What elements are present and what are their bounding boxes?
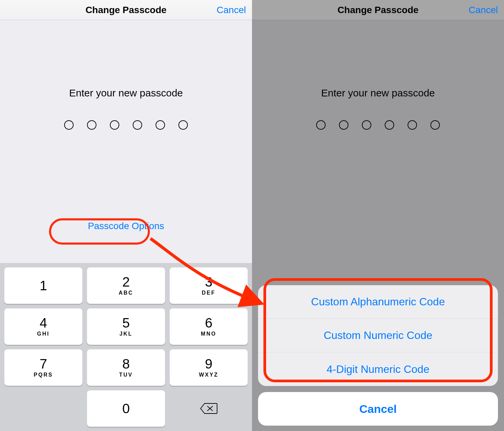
keypad-blank (4, 390, 83, 427)
passcode-dot (110, 120, 119, 130)
passcode-dot (385, 120, 394, 130)
keypad-letters: TUV (119, 372, 133, 378)
keypad-letters: MNO (201, 331, 216, 337)
keypad-key-5[interactable]: 5 JKL (87, 308, 165, 345)
keypad-key-0[interactable]: 0 (87, 390, 165, 427)
passcode-dot (64, 120, 74, 130)
keypad-key-9[interactable]: 9 WXYZ (169, 349, 248, 386)
cancel-button[interactable]: Cancel (217, 0, 246, 20)
passcode-dot (362, 120, 371, 130)
page-title: Change Passcode (85, 5, 166, 15)
keypad-letters: ABC (119, 290, 133, 296)
keypad-letters: GHI (37, 331, 49, 337)
navbar: Change Passcode Cancel (0, 0, 252, 20)
passcode-dot (430, 120, 440, 130)
action-sheet: Custom Alphanumeric Code Custom Numeric … (258, 285, 498, 426)
keypad-digit: 3 (205, 275, 212, 289)
option-4digit-numeric[interactable]: 4-Digit Numeric Code (258, 352, 498, 386)
keypad-digit: 6 (205, 316, 212, 330)
keypad-key-6[interactable]: 6 MNO (169, 308, 248, 345)
keypad-key-1[interactable]: 1 (4, 267, 83, 304)
keypad-digit: 0 (122, 402, 130, 415)
keypad-delete-button[interactable] (169, 390, 248, 427)
passcode-dots (316, 120, 440, 130)
content-area: Enter your new passcode Passcode Options… (0, 20, 252, 431)
keypad-key-3[interactable]: 3 DEF (169, 267, 248, 304)
page-title: Change Passcode (337, 5, 418, 15)
passcode-dot (316, 120, 326, 130)
keypad-digit: 1 (40, 279, 47, 292)
content-area: Enter your new passcode Custom Alphanume… (252, 20, 504, 431)
keypad-digit: 9 (205, 357, 212, 371)
keypad-letters: JKL (119, 331, 132, 337)
keypad-digit: 8 (122, 357, 130, 371)
panel-before: Change Passcode Cancel Enter your new pa… (0, 0, 252, 431)
number-keypad: 1 2 ABC 3 DEF 4 GHI 5 JKL 6 MNO (0, 263, 252, 431)
cancel-button[interactable]: Cancel (469, 0, 498, 20)
keypad-digit: 4 (40, 316, 47, 330)
action-sheet-cancel-button[interactable]: Cancel (258, 392, 498, 426)
prompt-text: Enter your new passcode (321, 87, 435, 99)
keypad-digit: 5 (122, 316, 130, 330)
action-sheet-group: Custom Alphanumeric Code Custom Numeric … (258, 285, 498, 386)
keypad-letters: PQRS (34, 372, 53, 378)
backspace-icon (200, 402, 217, 415)
keypad-key-8[interactable]: 8 TUV (87, 349, 165, 386)
passcode-dot (133, 120, 142, 130)
passcode-dot (87, 120, 96, 130)
passcode-dot (339, 120, 348, 130)
keypad-digit: 7 (40, 357, 47, 371)
passcode-options-link[interactable]: Passcode Options (0, 221, 252, 231)
keypad-key-7[interactable]: 7 PQRS (4, 349, 83, 386)
passcode-dot (178, 120, 188, 130)
keypad-digit: 2 (122, 275, 130, 289)
prompt-text: Enter your new passcode (69, 87, 183, 99)
passcode-dots (64, 120, 188, 130)
option-custom-numeric[interactable]: Custom Numeric Code (258, 319, 498, 352)
passcode-dot (408, 120, 417, 130)
navbar: Change Passcode Cancel (252, 0, 504, 20)
option-custom-alphanumeric[interactable]: Custom Alphanumeric Code (258, 285, 498, 319)
passcode-dot (156, 120, 165, 130)
keypad-letters: WXYZ (199, 372, 218, 378)
keypad-key-2[interactable]: 2 ABC (87, 267, 165, 304)
panel-after: Change Passcode Cancel Enter your new pa… (252, 0, 504, 431)
keypad-key-4[interactable]: 4 GHI (4, 308, 83, 345)
keypad-letters: DEF (202, 290, 216, 296)
